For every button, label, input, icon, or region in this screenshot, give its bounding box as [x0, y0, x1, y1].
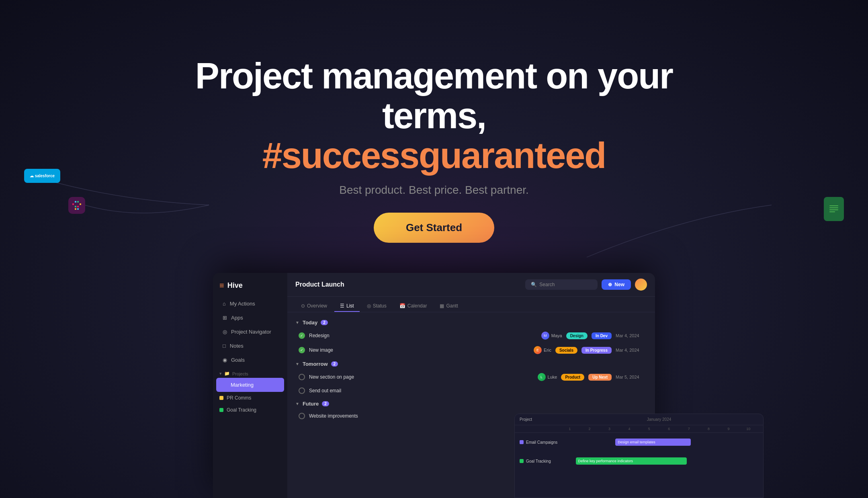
app-header: Product Launch 🔍 Search ⊕ New: [287, 273, 655, 297]
task-row-redesign[interactable]: ✓ Redesign M Maya Design In Dev Mar 4, 2…: [295, 329, 647, 342]
gantt-overlay: Project January 2024 1 2 3 4 5 6 7 8 9 1…: [514, 414, 764, 498]
status-indev: In Dev: [592, 332, 612, 339]
svg-rect-11: [829, 209, 838, 210]
home-icon: ⌂: [223, 301, 226, 307]
tag-socials: Socials: [555, 347, 577, 354]
task-name-new-image: New image: [309, 347, 530, 353]
gantt-label-email: Email Campaigns: [520, 440, 560, 445]
gantt-row-email: Email Campaigns Design email templates: [515, 433, 763, 452]
svg-rect-2: [77, 201, 79, 203]
gantt-day-7: 7: [679, 427, 698, 431]
task-row-new-section[interactable]: New section on page L Luke Product Up Ne…: [295, 370, 647, 384]
tab-overview-label: Overview: [307, 303, 327, 309]
tag-product: Product: [561, 374, 584, 381]
file-icon: □: [223, 343, 226, 349]
gantt-bar-area-goal: Define key performance indicators: [560, 457, 758, 465]
task-assignee-new-image: E Eric: [534, 346, 551, 354]
project-label-goal-tracking: Goal Tracking: [227, 407, 256, 413]
sidebar-label-goals: Goals: [231, 357, 245, 363]
plus-icon: ⊕: [608, 282, 612, 287]
sidebar-project-pr-comms[interactable]: PR Comms: [213, 392, 287, 404]
gantt-month-label: January 2024: [560, 417, 758, 422]
get-started-button[interactable]: Get Started: [374, 213, 494, 243]
sidebar-project-marketing[interactable]: Marketing: [216, 378, 284, 392]
task-date-new-section: Mar 5, 2024: [616, 375, 644, 379]
tag-design: Design: [566, 332, 588, 339]
assignee-name-luke: Luke: [548, 375, 557, 379]
task-row-new-image[interactable]: ✓ New image E Eric Socials In Progress M…: [295, 343, 647, 357]
task-check-redesign: ✓: [299, 332, 305, 339]
section-tomorrow-label: Tomorrow: [303, 361, 328, 367]
future-count-badge: 2: [322, 401, 329, 406]
sidebar-item-project-navigator[interactable]: ◎ Project Navigator: [216, 325, 284, 339]
chevron-down-icon: ▾: [219, 371, 222, 376]
gantt-label-goal: Goal Tracking: [520, 459, 560, 463]
compass-icon: ◎: [223, 329, 227, 335]
section-tomorrow: ▼ Tomorrow 2: [295, 358, 647, 370]
svg-rect-9: [829, 205, 838, 206]
hero-subtitle: Best product. Best price. Best partner.: [153, 184, 715, 197]
svg-rect-0: [72, 203, 74, 205]
sidebar-label-my-actions: My Actions: [230, 301, 255, 307]
project-color-goal-tracking: [219, 408, 223, 412]
gantt-day-headers: 1 2 3 4 5 6 7 8 9 10: [515, 425, 763, 433]
checkmark-new-image: ✓: [300, 348, 303, 352]
status-icon: ◎: [367, 303, 371, 309]
tab-calendar[interactable]: 📅 Calendar: [394, 301, 433, 312]
gantt-day-1: 1: [560, 427, 579, 431]
search-box[interactable]: 🔍 Search: [525, 279, 598, 290]
gantt-bar-goal-label: Define key performance indicators: [578, 459, 633, 463]
gantt-header: Project January 2024: [515, 414, 763, 425]
new-button[interactable]: ⊕ New: [602, 279, 631, 290]
tab-overview[interactable]: ⊙ Overview: [295, 301, 333, 312]
svg-rect-4: [75, 206, 76, 207]
today-count-badge: 2: [321, 320, 328, 325]
salesforce-integration-icon: ☁ salesforce: [24, 169, 60, 183]
user-avatar[interactable]: [635, 279, 647, 291]
svg-rect-5: [77, 206, 79, 207]
project-title: Product Launch: [295, 281, 344, 288]
checkmark-redesign: ✓: [300, 334, 303, 338]
avatar-maya: M: [541, 332, 549, 340]
tab-gantt-label: Gantt: [446, 303, 458, 309]
sidebar-item-goals[interactable]: ◉ Goals: [216, 353, 284, 367]
tab-status[interactable]: ◎ Status: [361, 301, 392, 312]
gantt-day-10: 10: [739, 427, 758, 431]
search-placeholder: Search: [539, 282, 555, 287]
gantt-icon: ▦: [440, 303, 444, 309]
calendar-icon: 📅: [399, 303, 405, 309]
slack-integration-icon: [68, 197, 85, 214]
arrow-future: ▼: [295, 402, 299, 406]
tab-gantt[interactable]: ▦ Gantt: [434, 301, 463, 312]
hero-title-line1: Project management on your terms,: [153, 56, 715, 136]
sidebar-item-my-actions[interactable]: ⌂ My Actions: [216, 297, 284, 311]
project-color-pr-comms: [219, 396, 223, 400]
tab-list[interactable]: ☰ List: [334, 301, 360, 312]
gantt-dot-goal: [520, 459, 524, 463]
sidebar-project-goal-tracking[interactable]: Goal Tracking: [213, 404, 287, 416]
task-name-send-email: Send out email: [309, 388, 644, 393]
sidebar-item-notes[interactable]: □ Notes: [216, 339, 284, 353]
tab-status-label: Status: [373, 303, 387, 309]
svg-rect-3: [80, 203, 81, 205]
gantt-day-4: 4: [619, 427, 639, 431]
gantt-label-goal-text: Goal Tracking: [526, 459, 551, 463]
task-check-new-image: ✓: [299, 347, 305, 353]
task-row-send-email[interactable]: Send out email: [295, 385, 647, 397]
assignee-name-eric: Eric: [544, 348, 551, 352]
sheets-integration-icon: [824, 197, 844, 221]
header-right: 🔍 Search ⊕ New: [525, 279, 647, 291]
svg-rect-6: [75, 208, 76, 210]
tomorrow-count-badge: 2: [331, 361, 338, 367]
project-label-marketing: Marketing: [231, 382, 254, 388]
sidebar-label-notes: Notes: [230, 343, 244, 349]
sidebar-label-project-navigator: Project Navigator: [231, 329, 271, 335]
tab-list-label: List: [346, 303, 354, 309]
task-assignee-redesign: M Maya: [541, 332, 562, 340]
sidebar-item-apps[interactable]: ⊞ Apps: [216, 311, 284, 325]
task-date-new-image: Mar 4, 2024: [616, 348, 644, 352]
task-name-redesign: Redesign: [309, 333, 537, 338]
gantt-bar-email-label: Design email templates: [618, 440, 655, 444]
arrow-tomorrow: ▼: [295, 362, 299, 366]
gantt-day-8: 8: [699, 427, 719, 431]
